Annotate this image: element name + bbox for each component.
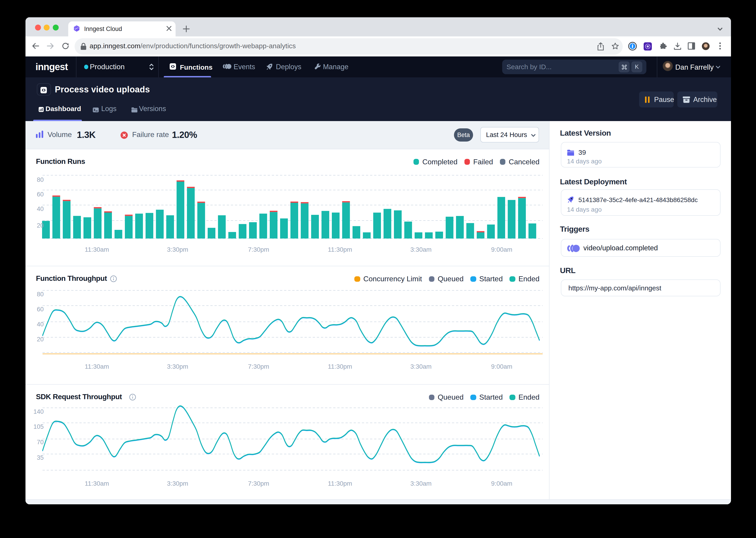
svg-text:11:30pm: 11:30pm [328,363,352,370]
svg-text:20: 20 [37,336,43,343]
svg-text:3:30am: 3:30am [410,246,431,253]
svg-text:60: 60 [37,191,43,197]
svg-text:11:30am: 11:30am [85,363,109,370]
svg-text:7:30pm: 7:30pm [248,480,269,487]
svg-text:9:00am: 9:00am [491,363,512,370]
svg-text:3:30pm: 3:30pm [167,363,188,370]
svg-text:140: 140 [33,408,43,415]
svg-text:3:30am: 3:30am [410,480,431,487]
svg-text:7:30pm: 7:30pm [248,246,269,253]
svg-text:35: 35 [37,454,43,461]
svg-text:40: 40 [37,205,43,212]
svg-text:3:30pm: 3:30pm [167,246,188,253]
svg-text:9:00am: 9:00am [491,480,512,487]
svg-text:3:30am: 3:30am [410,363,431,370]
svg-text:9:00am: 9:00am [491,246,512,253]
svg-text:11:30am: 11:30am [85,246,109,253]
svg-text:80: 80 [37,176,43,183]
svg-text:70: 70 [37,439,43,446]
svg-text:7:30pm: 7:30pm [248,363,269,370]
svg-text:60: 60 [37,306,43,313]
svg-text:11:30pm: 11:30pm [328,480,352,487]
svg-text:11:30am: 11:30am [85,480,109,487]
svg-text:20: 20 [37,222,43,229]
svg-text:80: 80 [37,291,43,298]
svg-text:11:30pm: 11:30pm [328,246,352,253]
svg-text:40: 40 [37,321,43,328]
svg-text:3:30pm: 3:30pm [167,480,188,487]
svg-text:105: 105 [33,423,43,430]
